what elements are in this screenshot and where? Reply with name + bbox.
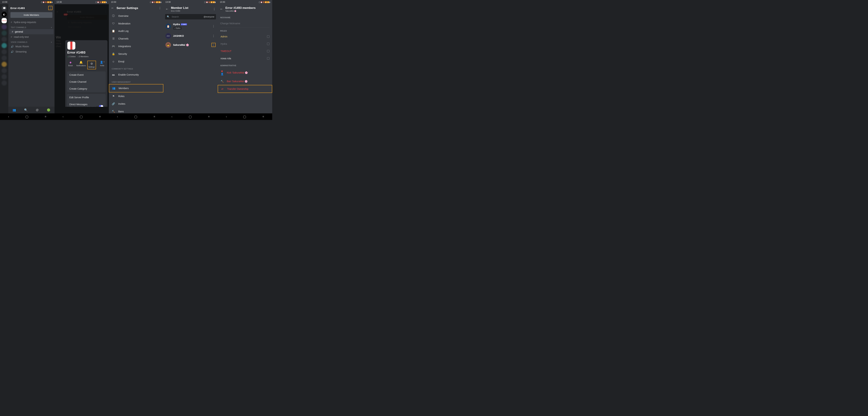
page-title: Member List Error #1493: [171, 6, 211, 12]
invite-members-button[interactable]: Invite Members: [10, 12, 53, 18]
nav-recent[interactable]: ≡: [44, 115, 46, 118]
kick-button[interactable]: ✖👤 Kick 'SakuraMai 🌸': [218, 68, 272, 78]
transfer-ownership-button[interactable]: ⇄ Transfer Ownership: [218, 85, 272, 93]
server-item[interactable]: [2, 31, 7, 36]
nav-home[interactable]: ◯: [80, 115, 83, 118]
server-item[interactable]: [2, 62, 7, 67]
settings-button[interactable]: ⚙ Settings: [87, 61, 96, 69]
page-title: Error #1493 members SakuraMai 🌸: [225, 6, 270, 12]
search-input[interactable]: 🔍 Search @everyone: [165, 14, 216, 20]
notifications-button[interactable]: 🔔 Notifications: [77, 61, 85, 69]
emoji-row[interactable]: ☺Emoji: [109, 58, 163, 65]
checkbox[interactable]: [267, 50, 270, 53]
channel-hydra-requests[interactable]: # hydra-song-requests: [8, 20, 55, 25]
server-item-error1493[interactable]: ERROR: [2, 18, 7, 23]
create-event-button[interactable]: Create Event: [67, 71, 106, 78]
role-admin[interactable]: Admin: [218, 33, 272, 40]
member-more-button[interactable]: ⋮: [212, 24, 216, 28]
role-label: nowa rola: [220, 57, 231, 60]
add-person-icon: 👤⁺: [100, 61, 105, 64]
server-item[interactable]: [2, 43, 7, 48]
edit-server-profile-button[interactable]: Edit Server Profile: [67, 94, 106, 101]
member-sakura[interactable]: 👧 SakuraMai 🌸 ⋮: [163, 40, 218, 49]
server-item[interactable]: [2, 49, 7, 55]
server-icon: [67, 42, 75, 49]
nav-back[interactable]: ‹: [62, 115, 63, 118]
nav-recent[interactable]: ≡: [154, 115, 155, 118]
nav-back[interactable]: ‹: [117, 115, 118, 118]
add-channel-button[interactable]: +: [51, 27, 52, 28]
dm-icon[interactable]: 💬: [2, 5, 7, 11]
server-item[interactable]: [2, 37, 7, 42]
profile-tab[interactable]: 🟢: [47, 108, 50, 112]
voice-music-room[interactable]: 🔊 Music Room: [8, 44, 55, 49]
checkbox[interactable]: [267, 43, 270, 45]
create-channel-button[interactable]: Create Channel: [67, 78, 106, 85]
back-button[interactable]: ←: [165, 7, 168, 11]
create-category-button[interactable]: Create Category: [67, 85, 106, 92]
clipboard-icon: 📋: [112, 30, 115, 33]
role-nowa[interactable]: nowa rola: [218, 55, 272, 62]
mentions-tab[interactable]: @: [36, 108, 38, 112]
nav-back[interactable]: ‹: [8, 115, 9, 118]
bans-row[interactable]: 🔨Bans: [109, 108, 163, 113]
role-hydra[interactable]: Hydra: [218, 40, 272, 47]
nav-recent[interactable]: ≡: [262, 115, 264, 118]
nav-recent[interactable]: ≡: [208, 115, 210, 118]
server-sheet: Error #1493 2 Online 3 Members ◈ Boost 🔔…: [65, 40, 107, 107]
members-row[interactable]: 👥Members: [109, 84, 163, 92]
role-timeout[interactable]: TIMEOUT: [218, 47, 272, 55]
channel-general[interactable]: # general: [9, 29, 54, 34]
nav-recent[interactable]: ≡: [99, 115, 101, 118]
more-button[interactable]: ⋮: [213, 7, 216, 11]
invites-row[interactable]: 🔗Invites: [109, 100, 163, 108]
member-more-button[interactable]: ⋮: [212, 34, 216, 38]
search-icon: 🔍: [167, 15, 169, 18]
back-button[interactable]: ←: [111, 6, 114, 10]
nickname-input[interactable]: Change Nickname: [218, 20, 272, 27]
back-button[interactable]: ←: [220, 7, 223, 11]
mention-everyone[interactable]: @everyone: [204, 15, 214, 18]
server-item[interactable]: [2, 24, 7, 30]
server-item[interactable]: [2, 56, 7, 61]
nav-home[interactable]: ◯: [134, 115, 137, 118]
nav-back[interactable]: ‹: [226, 115, 227, 118]
server-item[interactable]: [2, 68, 7, 73]
nav-back[interactable]: ‹: [172, 115, 173, 118]
checkbox[interactable]: [267, 57, 270, 60]
server-menu-button[interactable]: ⋮: [48, 6, 53, 10]
server-item[interactable]: [2, 74, 7, 79]
dm-toggle[interactable]: [99, 105, 103, 107]
server-item[interactable]: ◐: [2, 12, 7, 17]
channels-row[interactable]: ☰Channels: [109, 35, 163, 42]
android-nav: ‹ ◯ ≡: [55, 113, 109, 120]
security-row[interactable]: 🔒Security: [109, 50, 163, 58]
search-tab[interactable]: 🔍: [24, 108, 28, 112]
member-hydra[interactable]: 🎅 Hydra ✔ BOT Hydra ⋮: [163, 21, 218, 31]
voice-streaming[interactable]: 🔊 Streaming: [8, 49, 55, 54]
roles-row[interactable]: ⚑Roles: [109, 92, 163, 100]
member-jashiko[interactable]: JASH JASHIKO ⋮: [163, 31, 218, 40]
friends-tab[interactable]: 👥: [12, 108, 16, 112]
ban-button[interactable]: 🔨 Ban 'SakuraMai 🌸': [218, 78, 272, 85]
boost-button[interactable]: ◈ Boost: [66, 61, 75, 69]
server-item[interactable]: [2, 80, 7, 85]
integrations-row[interactable]: 🎮Integrations: [109, 42, 163, 50]
overview-row[interactable]: ⓘOverview: [109, 12, 163, 20]
member-more-button[interactable]: ⋮: [212, 43, 216, 47]
moderation-row[interactable]: 🛡Moderation: [109, 20, 163, 27]
nav-home[interactable]: ◯: [189, 115, 192, 118]
audit-row[interactable]: 📋Audit Log: [109, 27, 163, 35]
more-button[interactable]: ⋮: [158, 6, 161, 10]
nav-home[interactable]: ◯: [243, 115, 246, 118]
add-voice-button[interactable]: +: [51, 41, 52, 43]
enable-community-row[interactable]: 🏘Enable Community: [109, 71, 163, 78]
notif-label: Notifications: [76, 65, 86, 67]
invite-button[interactable]: 👤⁺ Invite: [98, 61, 106, 69]
channel-readonly[interactable]: # read-only-test: [8, 34, 55, 39]
bell-icon: 🔔: [79, 61, 83, 64]
nav-home[interactable]: ◯: [25, 115, 28, 118]
checkbox[interactable]: [267, 35, 270, 38]
section-voice-channels: VOICE CHANNELS: [11, 41, 27, 43]
direct-messages-toggle-row: Direct Messages Allow direct messages fr…: [67, 101, 106, 107]
